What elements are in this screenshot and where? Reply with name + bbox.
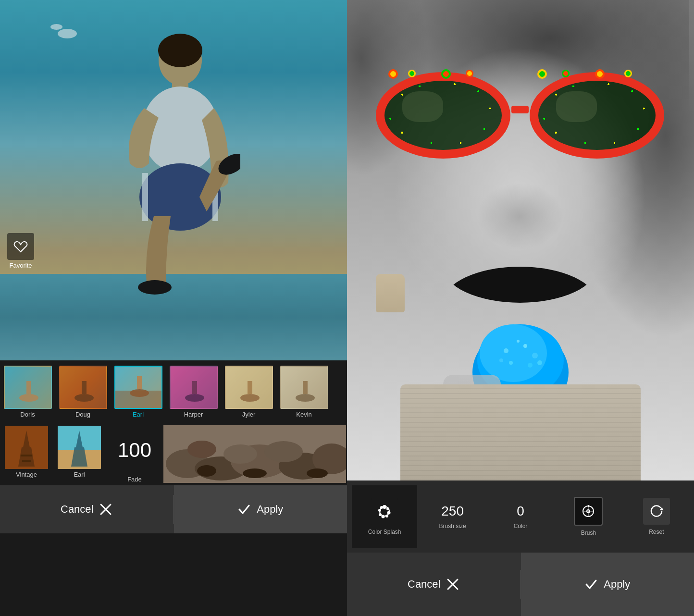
brush-icon (574, 497, 603, 526)
lens-reflection-left (402, 91, 443, 123)
flower-dot-5 (539, 71, 545, 77)
cancel-x-icon (99, 503, 112, 516)
svg-point-26 (296, 394, 315, 402)
svg-point-43 (223, 444, 257, 464)
svg-rect-31 (21, 455, 32, 456)
svg-point-20 (185, 394, 204, 402)
filter-earl[interactable]: Earl (111, 366, 166, 418)
svg-point-75 (379, 513, 382, 516)
flower-dot-4 (467, 71, 472, 76)
svg-point-44 (187, 441, 216, 458)
shirt-torso (400, 384, 641, 480)
svg-point-46 (197, 465, 216, 477)
svg-point-62 (523, 344, 527, 348)
svg-point-74 (382, 515, 385, 518)
color-label: Color (514, 523, 528, 530)
reset-icon (643, 498, 670, 525)
svg-point-65 (528, 363, 533, 368)
left-cancel-button[interactable]: Cancel (0, 485, 174, 533)
filter-name-kevin: Kevin (296, 411, 312, 418)
right-apply-button[interactable]: Apply (521, 553, 694, 616)
svg-point-71 (386, 507, 389, 510)
finger-indicator (376, 274, 405, 312)
filter-kevin[interactable]: Kevin (276, 366, 332, 418)
right-image-area (347, 0, 694, 480)
svg-point-66 (517, 340, 520, 343)
tool-reset[interactable]: Reset (624, 485, 689, 548)
tool-label-vintage: Vintage (16, 471, 37, 478)
svg-point-77 (380, 506, 383, 509)
color-value: 0 (517, 504, 524, 519)
nose-area (477, 183, 563, 250)
filter-thumb-doug (59, 366, 107, 409)
lens-reflection-right (556, 91, 597, 123)
svg-point-76 (378, 509, 381, 512)
left-panel: Favorite Doris Do (0, 0, 347, 616)
svg-rect-32 (22, 460, 31, 462)
sunglasses-bridge (511, 106, 529, 113)
fade-value: 100 (108, 425, 161, 475)
filter-jyler[interactable]: Jyler (221, 366, 276, 418)
filter-harper[interactable]: Harper (166, 366, 221, 418)
right-apply-check-icon (584, 578, 598, 591)
tool-color[interactable]: 0 Color (488, 485, 553, 548)
filter-name-doris: Doris (20, 411, 35, 418)
filter-strip: Doris Doug Earl (0, 360, 347, 423)
right-tools-bar: Color Splash 250 Brush size 0 Color (347, 480, 694, 553)
color-splash-icon (371, 498, 398, 525)
flower-dot-7 (597, 71, 603, 77)
left-image-background (0, 0, 347, 360)
tool-vintage[interactable]: Vintage (0, 425, 53, 483)
tool-brush[interactable]: Brush (556, 485, 621, 548)
reset-label: Reset (649, 529, 664, 535)
filter-name-harper: Harper (184, 411, 203, 418)
filter-thumb-kevin (280, 366, 328, 409)
bottom-tools: Vintage Earl 100 Fade (0, 423, 347, 485)
filter-thumb-doris (4, 366, 52, 409)
apply-check-icon (237, 503, 251, 516)
tool-color-splash[interactable]: Color Splash (352, 485, 417, 548)
right-cancel-label: Cancel (408, 578, 440, 591)
svg-point-48 (307, 468, 328, 478)
svg-point-17 (130, 389, 149, 397)
filter-name-jyler: Jyler (242, 411, 255, 418)
svg-point-45 (264, 441, 303, 462)
filter-name-earl: Earl (133, 411, 144, 418)
brush-size-label: Brush size (439, 523, 466, 530)
flower-dot-6 (563, 71, 568, 76)
tool-earl[interactable]: Earl (53, 425, 106, 483)
knit-texture (400, 384, 641, 480)
svg-point-61 (504, 348, 508, 353)
brush-size-value: 250 (441, 504, 464, 519)
right-cancel-button[interactable]: Cancel (347, 553, 520, 616)
flower-dot-1 (390, 71, 396, 77)
left-apply-button[interactable]: Apply (174, 485, 347, 533)
fade-container: 100 Fade (106, 425, 163, 483)
flower-dot-2 (409, 71, 414, 76)
filter-thumb-jyler (225, 366, 273, 409)
heart-icon (13, 240, 28, 253)
svg-point-47 (243, 468, 267, 478)
svg-point-73 (385, 515, 388, 517)
favorite-icon-bg (7, 233, 34, 260)
favorite-label: Favorite (10, 262, 32, 269)
right-panel: Color Splash 250 Brush size 0 Color (347, 0, 694, 616)
sunglasses-right-lens (530, 72, 664, 159)
svg-point-64 (509, 361, 513, 365)
filter-doug[interactable]: Doug (55, 366, 111, 418)
svg-point-70 (383, 505, 386, 509)
teal-color-overlay (0, 0, 347, 360)
svg-point-67 (499, 358, 503, 362)
lens-flowers-right (538, 81, 656, 150)
filter-doris[interactable]: Doris (0, 366, 55, 418)
svg-point-63 (532, 353, 538, 358)
tool-label-earl: Earl (74, 471, 85, 478)
fade-label: Fade (127, 476, 142, 483)
tool-brush-size[interactable]: 250 Brush size (420, 485, 485, 548)
favorite-button[interactable]: Favorite (7, 233, 34, 269)
lens-flowers-left (384, 81, 502, 150)
tool-thumb-vintage (5, 426, 48, 469)
filter-name-doug: Doug (75, 411, 90, 418)
filter-thumb-earl (114, 366, 162, 409)
svg-point-13 (74, 394, 94, 402)
